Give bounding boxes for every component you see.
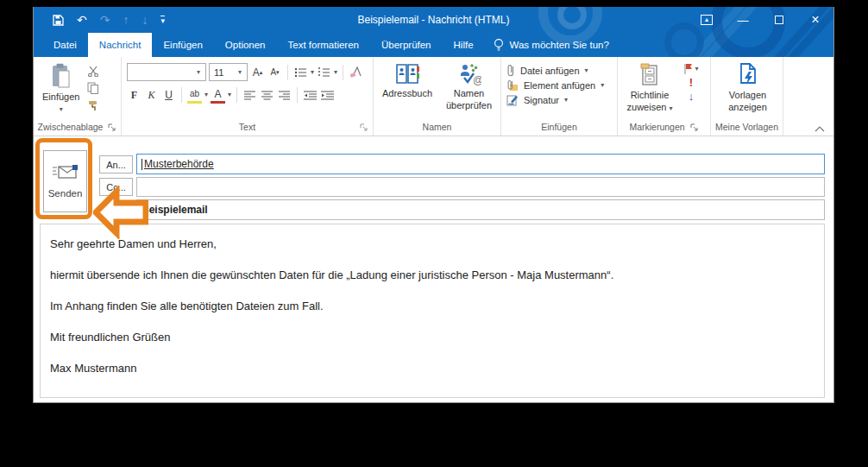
group-my-templates-footer: Meine Vorlagen [711, 120, 783, 136]
ribbon: Einfügen ▾ [34, 57, 833, 136]
tab-optionen[interactable]: Optionen [214, 33, 277, 57]
ribbon-tab-bar: Datei Nachricht Einfügen Optionen Text f… [34, 33, 833, 57]
screenshot-canvas: ↶ ↷ ↑ ↓ ▾ Beispielemail - Nachricht (HTM… [0, 0, 868, 467]
increase-indent-icon[interactable] [320, 86, 335, 104]
signature-button[interactable]: Signatur ▾ [506, 94, 604, 106]
align-center-icon[interactable] [260, 86, 274, 104]
font-size-combo[interactable]: 11 ▾ [209, 63, 248, 81]
font-name-combo[interactable]: ▾ [127, 63, 206, 81]
tab-einfuegen[interactable]: Einfügen [152, 33, 213, 57]
minimize-button[interactable]: — [725, 7, 761, 33]
attach-file-dropdown-icon: ▾ [585, 67, 588, 74]
group-names-footer: Namen [374, 120, 500, 136]
cc-button[interactable]: Cc... [99, 178, 133, 196]
check-names-button[interactable]: @ Namen überprüfen [441, 61, 497, 120]
font-name-dropdown-icon: ▾ [192, 68, 205, 76]
outlook-message-window: ↶ ↷ ↑ ↓ ▾ Beispielemail - Nachricht (HTM… [33, 7, 834, 403]
copy-icon[interactable] [86, 82, 100, 94]
paste-button[interactable]: Einfügen ▾ [39, 61, 83, 120]
highlight-dropdown-icon[interactable]: ▾ [204, 92, 208, 98]
text-dialog-launcher-icon[interactable] [359, 123, 368, 132]
attach-file-label: Datei anfügen [520, 66, 580, 76]
font-color-button[interactable]: A [211, 86, 225, 104]
decrease-indent-icon[interactable] [303, 86, 318, 104]
address-book-button[interactable]: Adressbuch [379, 61, 436, 120]
close-button[interactable]: × [797, 7, 833, 33]
ribbon-display-options-button[interactable]: ▴ [689, 7, 725, 33]
group-my-templates-label: Meine Vorlagen [715, 122, 778, 132]
clipboard-dialog-launcher-icon[interactable] [107, 123, 116, 132]
group-text-label: Text [239, 122, 255, 132]
message-body[interactable]: Sehr geehrte Damen und Herren, hiermit ü… [40, 224, 825, 398]
underline-button[interactable]: U [161, 86, 176, 104]
window-controls: ▴ — × [689, 7, 833, 33]
bold-button[interactable]: F [127, 86, 142, 104]
tab-datei[interactable]: Datei [42, 33, 88, 57]
paste-dropdown-icon: ▾ [60, 106, 63, 113]
to-field[interactable]: Musterbehörde [136, 154, 825, 174]
send-label: Senden [48, 188, 83, 199]
redo-icon[interactable]: ↷ [100, 14, 110, 26]
move-up-icon[interactable]: ↑ [123, 14, 129, 26]
to-button[interactable]: An... [99, 155, 133, 174]
address-book-label: Adressbuch [382, 88, 432, 100]
highlight-button[interactable]: ab [187, 86, 202, 104]
view-templates-label: Vorlagen anzeigen [724, 90, 772, 114]
undo-icon[interactable]: ↶ [77, 14, 87, 26]
bullets-dropdown-icon[interactable]: ▾ [311, 69, 314, 76]
clear-formatting-icon[interactable] [349, 64, 363, 81]
tab-ueberpruefen[interactable]: Überprüfen [370, 33, 443, 57]
assign-policy-label: Richtlinie zuweisen [627, 90, 670, 112]
format-painter-icon[interactable] [86, 99, 100, 111]
bullets-button[interactable] [293, 64, 308, 81]
shrink-font-button[interactable]: A▾ [267, 64, 282, 81]
group-clipboard-label: Zwischenablage [38, 122, 104, 132]
send-envelope-icon [52, 164, 79, 180]
group-include-footer: Einfügen [501, 120, 617, 136]
subject-value: Beispielemail [142, 204, 208, 216]
tell-me-box[interactable]: Was möchten Sie tun? [485, 33, 618, 57]
tab-hilfe[interactable]: Hilfe [443, 33, 485, 57]
signature-dropdown-icon: ▾ [564, 97, 568, 104]
tab-nachricht[interactable]: Nachricht [88, 33, 153, 57]
move-down-icon[interactable]: ↓ [142, 14, 148, 26]
template-lightning-icon [738, 63, 758, 87]
attach-item-button[interactable]: Element anfügen ▾ [506, 79, 604, 92]
quick-access-toolbar: ↶ ↷ ↑ ↓ ▾ [34, 14, 165, 26]
italic-button[interactable]: K [144, 86, 159, 104]
flag-dropdown-icon: ▾ [695, 66, 698, 73]
cut-icon[interactable] [86, 65, 100, 77]
view-templates-button[interactable]: Vorlagen anzeigen [720, 61, 776, 120]
grow-font-button[interactable]: A▴ [250, 64, 265, 81]
align-left-icon[interactable] [242, 86, 257, 104]
high-importance-button[interactable]: ! [689, 76, 693, 89]
tell-me-label: Was möchten Sie tun? [510, 40, 609, 50]
attach-item-dropdown-icon: ▾ [601, 82, 604, 89]
group-text-footer: Text [122, 120, 373, 136]
cc-field[interactable] [136, 177, 825, 197]
group-tags: Richtlinie zuweisen ▾ ▾ ! ↓ Markierungen [618, 57, 711, 136]
font-color-dropdown-icon[interactable]: ▾ [228, 92, 231, 98]
customize-toolbar-icon[interactable]: ▾ [160, 16, 165, 25]
collapse-ribbon-icon[interactable] [815, 125, 825, 132]
ribbon-spacer [783, 57, 833, 136]
group-include-label: Einfügen [541, 122, 576, 132]
group-my-templates: Vorlagen anzeigen Meine Vorlagen [711, 57, 783, 136]
numbering-button[interactable] [317, 64, 331, 81]
group-tags-label: Markierungen [629, 122, 684, 132]
low-importance-button[interactable]: ↓ [689, 91, 695, 102]
tab-text-formatieren[interactable]: Text formatieren [277, 33, 370, 57]
numbering-dropdown-icon[interactable]: ▾ [334, 69, 337, 76]
assign-policy-button[interactable]: Richtlinie zuweisen ▾ [623, 61, 676, 120]
assign-policy-dropdown-icon: ▾ [669, 104, 672, 112]
tags-dialog-launcher-icon[interactable] [689, 123, 699, 132]
attach-file-button[interactable]: Datei anfügen ▾ [506, 64, 604, 77]
follow-up-flag-button[interactable]: ▾ [683, 63, 698, 74]
paperclip-icon [506, 64, 515, 77]
save-icon[interactable] [53, 15, 64, 26]
align-right-icon[interactable] [277, 86, 292, 104]
lightbulb-icon [494, 38, 504, 52]
send-button[interactable]: Senden [43, 150, 87, 212]
maximize-button[interactable] [761, 7, 797, 33]
subject-field[interactable]: Beispielemail [136, 199, 825, 220]
